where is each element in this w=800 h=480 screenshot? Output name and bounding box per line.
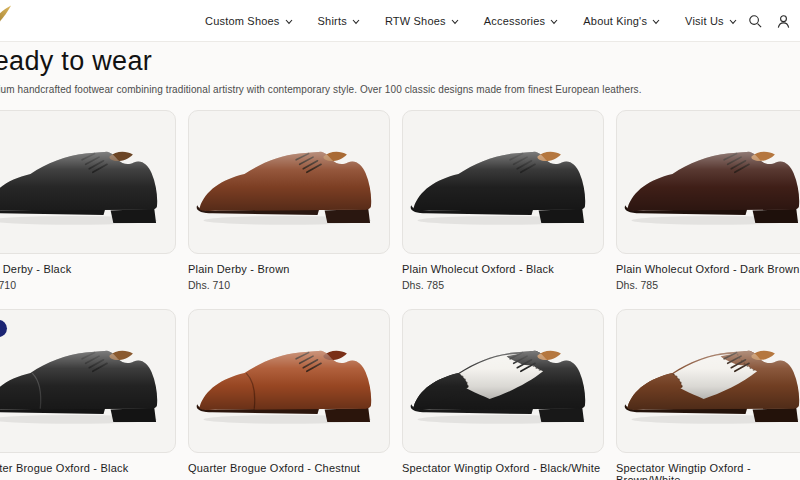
product-card[interactable]: Spectator Wingtip Oxford - Black/White bbox=[402, 309, 604, 480]
chevron-down-icon bbox=[352, 19, 360, 25]
nav-shirts[interactable]: Shirts bbox=[318, 15, 360, 27]
product-name[interactable]: Quarter Brogue Oxford - Chestnut bbox=[188, 462, 390, 474]
product-image-frame bbox=[616, 309, 800, 453]
product-image-frame bbox=[0, 110, 176, 254]
product-name[interactable]: Plain Wholecut Oxford - Dark Brown bbox=[616, 263, 800, 275]
product-image-frame bbox=[616, 110, 800, 254]
shoe-image bbox=[405, 318, 601, 446]
page-subtitle: Premium handcrafted footwear combining t… bbox=[0, 84, 800, 96]
site-header: KING'S Custom Shoes Shirts RTW Shoes Acc… bbox=[0, 0, 800, 42]
product-card[interactable]: Sold out Quarter Brogue Oxford - Black bbox=[0, 309, 176, 480]
shoe-image bbox=[191, 119, 387, 247]
product-image-frame bbox=[402, 309, 604, 453]
product-image-frame bbox=[402, 110, 604, 254]
header-icons bbox=[748, 0, 791, 42]
nav-about-kings[interactable]: About King's bbox=[583, 15, 660, 27]
nav-accessories[interactable]: Accessories bbox=[484, 15, 559, 27]
product-price: Dhs. 710 bbox=[188, 279, 390, 291]
nav-visit-us[interactable]: Visit Us bbox=[685, 15, 737, 27]
product-name[interactable]: Plain Derby - Brown bbox=[188, 263, 390, 275]
product-price: Dhs. 785 bbox=[402, 279, 604, 291]
product-price: Dhs. 785 bbox=[616, 279, 800, 291]
shoe-image bbox=[191, 318, 387, 446]
product-card[interactable]: Plain Wholecut Oxford - Black Dhs. 785 bbox=[402, 110, 604, 291]
shoe-image bbox=[619, 119, 800, 247]
product-card[interactable]: Quarter Brogue Oxford - Chestnut bbox=[188, 309, 390, 480]
page-title: Ready to wear bbox=[0, 46, 800, 76]
chevron-down-icon bbox=[285, 19, 293, 25]
product-name[interactable]: Spectator Wingtip Oxford - Black/White bbox=[402, 462, 604, 474]
product-card[interactable]: Plain Derby - Brown Dhs. 710 bbox=[188, 110, 390, 291]
shoe-image bbox=[619, 318, 800, 446]
product-card[interactable]: Plain Derby - Black Dhs. 710 bbox=[0, 110, 176, 291]
product-card[interactable]: Plain Wholecut Oxford - Dark Brown Dhs. … bbox=[616, 110, 800, 291]
product-grid: Plain Derby - Black Dhs. 710 bbox=[0, 110, 800, 480]
product-name[interactable]: Plain Wholecut Oxford - Black bbox=[402, 263, 604, 275]
product-name[interactable]: Quarter Brogue Oxford - Black bbox=[0, 462, 176, 474]
chevron-down-icon bbox=[652, 19, 660, 25]
nav-custom-shoes[interactable]: Custom Shoes bbox=[205, 15, 293, 27]
shoe-image bbox=[0, 318, 173, 446]
chevron-down-icon bbox=[550, 19, 558, 25]
product-image-frame: Sold out bbox=[0, 309, 176, 453]
chevron-down-icon bbox=[451, 19, 459, 25]
main-nav: Custom Shoes Shirts RTW Shoes Accessorie… bbox=[205, 0, 737, 42]
feather-logo-icon bbox=[0, 4, 12, 31]
nav-rtw-shoes[interactable]: RTW Shoes bbox=[385, 15, 459, 27]
product-name[interactable]: Plain Derby - Black bbox=[0, 263, 176, 275]
product-image-frame bbox=[188, 309, 390, 453]
account-icon[interactable] bbox=[776, 14, 791, 29]
main-content: Ready to wear Premium handcrafted footwe… bbox=[0, 42, 800, 480]
search-icon[interactable] bbox=[748, 14, 763, 29]
brand-logo[interactable]: KING'S bbox=[0, 1, 26, 41]
shoe-image bbox=[0, 119, 173, 247]
product-card[interactable]: Spectator Wingtip Oxford - Brown/White bbox=[616, 309, 800, 480]
shoe-image bbox=[405, 119, 601, 247]
chevron-down-icon bbox=[729, 19, 737, 25]
product-name[interactable]: Spectator Wingtip Oxford - Brown/White bbox=[616, 462, 800, 480]
product-price: Dhs. 710 bbox=[0, 279, 176, 291]
product-image-frame bbox=[188, 110, 390, 254]
